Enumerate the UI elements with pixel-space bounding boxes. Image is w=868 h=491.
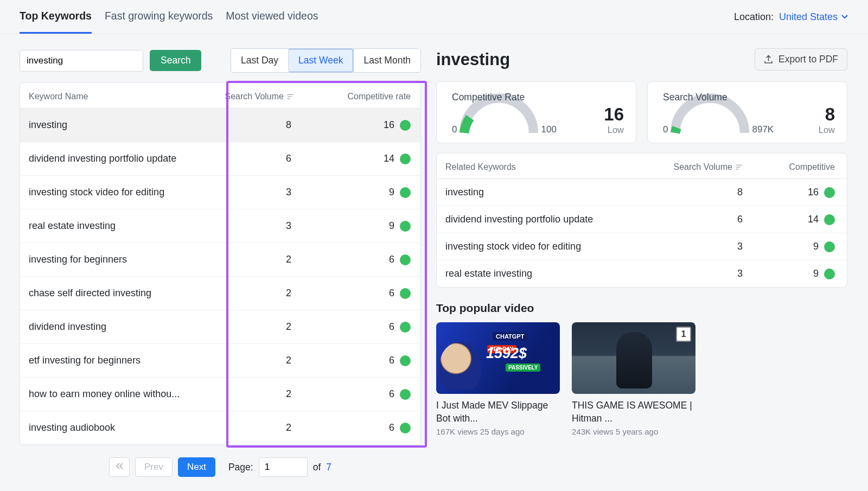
related-name: dividend investing portfolio update [445, 214, 637, 225]
page-label: Page: [228, 462, 253, 473]
video-meta: 243K views 5 years ago [572, 427, 695, 436]
status-dot-icon [400, 154, 411, 164]
page-first-button[interactable] [109, 457, 130, 477]
rank-badge: 1 [676, 327, 691, 342]
keyword-row[interactable]: how to earn money online withou... 2 6 [20, 378, 420, 411]
page-number-input[interactable] [259, 457, 308, 477]
keyword-competitive: 6 [389, 388, 394, 400]
status-dot-icon [400, 389, 411, 400]
related-header-comp[interactable]: Competitive [743, 162, 835, 172]
keyword-search-volume: 2 [210, 288, 313, 299]
column-header-search-volume[interactable]: Search Volume [210, 92, 313, 101]
keyword-name: investing for beginners [29, 254, 210, 265]
status-dot-icon [824, 187, 835, 198]
keyword-name: dividend investing [29, 321, 210, 333]
video-meta: 167K views 25 days ago [436, 427, 560, 436]
keyword-search-volume: 2 [210, 422, 313, 433]
keyword-search-volume: 2 [210, 254, 313, 265]
keyword-competitive: 6 [389, 422, 394, 433]
upload-icon [764, 55, 773, 64]
related-sv: 6 [637, 214, 743, 225]
video-title: THIS GAME IS AWESOME | Hitman ... [572, 399, 695, 425]
range-last-month[interactable]: Last Month [353, 49, 420, 72]
related-keywords-table: Related Keywords Search Volume Competiti… [436, 153, 847, 288]
location-selector: Location: United States [734, 11, 848, 33]
main-tabs: Top Keywords Fast growing keywords Most … [20, 10, 318, 34]
video-thumbnail: 1 [572, 322, 695, 394]
pagination: Prev Next Page: of 7 [20, 445, 421, 491]
keyword-search-input[interactable] [20, 50, 143, 72]
related-keyword-row[interactable]: dividend investing portfolio update 6 14 [437, 206, 847, 233]
status-dot-icon [400, 355, 411, 366]
status-dot-icon [400, 221, 411, 232]
keyword-search-volume: 3 [210, 187, 313, 198]
related-keyword-row[interactable]: investing stock video for editing 3 9 [437, 233, 847, 260]
related-name: investing [445, 187, 637, 198]
tab-top-keywords[interactable]: Top Keywords [20, 10, 92, 34]
keyword-search-volume: 2 [210, 321, 313, 333]
page-of-label: of [313, 462, 321, 473]
keyword-name: how to earn money online withou... [29, 388, 210, 400]
tab-fast-growing[interactable]: Fast growing keywords [105, 10, 213, 34]
chevron-down-icon [841, 14, 848, 20]
keyword-name: investing stock video for editing [29, 187, 210, 198]
competitive-rate-card: Competitive Rate 0 100 16 Low [436, 81, 636, 143]
keyword-row[interactable]: real estate investing 3 9 [20, 209, 420, 243]
related-header-name[interactable]: Related Keywords [445, 162, 637, 172]
search-volume-label: Search Volume [663, 92, 727, 103]
page-total: 7 [326, 462, 331, 473]
page-prev-button[interactable]: Prev [135, 457, 173, 477]
related-keyword-row[interactable]: real estate investing 3 9 [437, 260, 847, 287]
keyword-search-volume: 3 [210, 220, 313, 232]
competitive-value: 16 [604, 104, 624, 125]
sv-min: 0 [663, 124, 668, 135]
status-dot-icon [400, 322, 411, 333]
export-pdf-button[interactable]: Export to PDF [755, 48, 847, 71]
related-header-sv[interactable]: Search Volume [637, 162, 743, 172]
keyword-row[interactable]: investing 8 16 [20, 109, 420, 142]
status-dot-icon [824, 241, 835, 252]
keyword-row[interactable]: etf investing for beginners 2 6 [20, 344, 420, 378]
detail-title: investing [436, 50, 510, 69]
keyword-name: real estate investing [29, 220, 210, 232]
related-name: investing stock video for editing [445, 241, 637, 252]
keyword-competitive: 6 [389, 321, 394, 333]
keyword-row[interactable]: investing for beginners 2 6 [20, 243, 420, 277]
competitive-max: 100 [541, 124, 556, 135]
search-button[interactable]: Search [150, 50, 201, 71]
related-name: real estate investing [445, 268, 637, 279]
location-label: Location: [734, 11, 774, 23]
keyword-row[interactable]: dividend investing 2 6 [20, 310, 420, 344]
keyword-row[interactable]: investing audiobook 2 6 [20, 411, 420, 445]
keyword-competitive: 6 [389, 288, 394, 299]
related-comp: 9 [813, 241, 819, 252]
keyword-row[interactable]: chase self directed investing 2 6 [20, 277, 420, 310]
column-header-name[interactable]: Keyword Name [29, 92, 210, 101]
keyword-name: investing [29, 119, 210, 131]
related-comp: 9 [813, 268, 819, 279]
video-card[interactable]: PER DAY PASSIVELY I Just Made MEV Slippa… [436, 322, 560, 436]
range-last-day[interactable]: Last Day [231, 49, 288, 72]
page-next-button[interactable]: Next [178, 457, 215, 477]
video-title: I Just Made MEV Slippage Bot with... [436, 399, 560, 425]
video-card[interactable]: 1 THIS GAME IS AWESOME | Hitman ... 243K… [572, 322, 695, 436]
sv-max: 897K [752, 124, 774, 135]
keyword-search-volume: 8 [210, 119, 313, 131]
chevrons-left-icon [115, 462, 124, 470]
competitive-rate-label: Competitive Rate [452, 92, 525, 103]
keyword-competitive: 9 [389, 220, 394, 232]
keyword-row[interactable]: investing stock video for editing 3 9 [20, 176, 420, 209]
sv-level: Low [819, 125, 835, 135]
keyword-competitive: 9 [389, 187, 394, 198]
keyword-row[interactable]: dividend investing portfolio update 6 14 [20, 142, 420, 176]
related-keyword-row[interactable]: investing 8 16 [437, 179, 847, 206]
keyword-name: dividend investing portfolio update [29, 153, 210, 164]
popular-videos-title: Top popular video [436, 302, 847, 315]
keyword-competitive: 16 [384, 119, 394, 131]
keyword-competitive: 6 [389, 355, 394, 366]
column-header-competitive[interactable]: Competitive rate [313, 92, 411, 101]
status-dot-icon [400, 288, 411, 299]
location-value[interactable]: United States [779, 11, 848, 23]
tab-most-viewed[interactable]: Most viewed videos [226, 10, 318, 34]
range-last-week[interactable]: Last Week [288, 49, 353, 72]
